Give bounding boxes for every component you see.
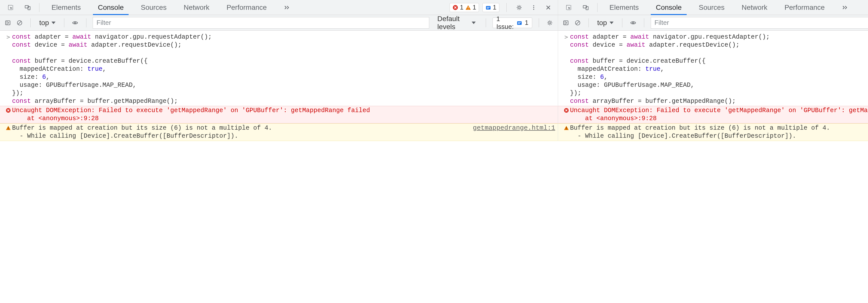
tab-network[interactable]: Network <box>175 0 218 15</box>
chevron-down-icon <box>52 22 56 24</box>
divider <box>30 18 31 27</box>
divider <box>539 18 539 27</box>
warning-icon <box>4 124 12 131</box>
divider <box>588 18 589 27</box>
issues-label: 1 Issue: <box>496 15 514 31</box>
console-output: > const adapter = await navigator.gpu.re… <box>0 31 558 141</box>
device-toolbar-button[interactable] <box>22 2 33 13</box>
kebab-menu-button[interactable] <box>528 2 539 13</box>
console-error-row[interactable]: Uncaught DOMException: Failed to execute… <box>558 106 868 124</box>
levels-label: Default levels <box>437 15 469 31</box>
chevron-down-icon <box>610 22 614 24</box>
tab-label: Elements <box>52 3 81 11</box>
divider <box>64 18 64 27</box>
error-message: Uncaught DOMException: Failed to execute… <box>12 107 555 123</box>
devtools-panel-left: Elements Console Sources Network Perform… <box>0 0 558 141</box>
info-icon <box>516 20 522 26</box>
clear-console-button[interactable] <box>15 17 24 28</box>
divider <box>39 3 39 12</box>
console-warning-row[interactable]: Buffer is mapped at creation but its siz… <box>558 124 868 141</box>
warning-icon <box>563 124 570 131</box>
main-tabbar: Elements Console Sources Network Perform… <box>0 0 558 15</box>
tab-sources[interactable]: Sources <box>132 0 175 15</box>
log-levels-select[interactable]: Default levels <box>434 15 479 31</box>
console-input-row[interactable]: > const adapter = await navigator.gpu.re… <box>558 33 868 106</box>
issues-button[interactable]: 1 Issue: 1 <box>493 18 532 28</box>
error-count-badge[interactable]: 1 1 <box>450 3 479 12</box>
tab-label: Performance <box>784 3 825 11</box>
console-settings-button[interactable] <box>546 17 554 28</box>
filter-input[interactable] <box>651 17 868 29</box>
filter-input[interactable] <box>93 17 429 29</box>
source-link[interactable]: getmappedrange.html:1 <box>463 124 555 132</box>
error-icon <box>4 107 12 113</box>
tab-performance[interactable]: Performance <box>776 0 833 15</box>
tab-label: Console <box>98 3 124 11</box>
console-output: > const adapter = await navigator.gpu.re… <box>558 31 868 141</box>
tab-overflow[interactable] <box>833 0 857 15</box>
tab-sources[interactable]: Sources <box>690 0 733 15</box>
settings-button[interactable] <box>514 2 525 13</box>
panel-tabs: Elements Console Sources Network Perform… <box>601 0 857 15</box>
tab-overflow[interactable] <box>275 0 299 15</box>
devtools-panel-right: Elements Console Sources Network Perform… <box>558 0 868 141</box>
warning-count: 1 <box>473 3 476 11</box>
error-icon <box>452 4 458 10</box>
close-devtools-button[interactable] <box>543 2 554 13</box>
warning-message: Buffer is mapped at creation but its siz… <box>570 124 868 140</box>
console-input-row[interactable]: > const adapter = await navigator.gpu.re… <box>0 33 558 106</box>
inspect-element-button[interactable] <box>563 2 574 13</box>
tab-performance[interactable]: Performance <box>218 0 275 15</box>
live-expression-button[interactable] <box>629 17 638 28</box>
execution-context-select[interactable]: top <box>595 19 616 27</box>
info-icon <box>485 4 491 10</box>
panel-tabs: Elements Console Sources Network Perform… <box>43 0 299 15</box>
error-icon <box>563 107 570 113</box>
context-label: top <box>597 19 607 27</box>
inspect-element-button[interactable] <box>5 2 16 13</box>
tab-network[interactable]: Network <box>733 0 776 15</box>
console-warning-row[interactable]: Buffer is mapped at creation but its siz… <box>0 124 558 141</box>
info-count: 1 <box>493 3 496 11</box>
divider <box>622 18 622 27</box>
warning-message: Buffer is mapped at creation but its siz… <box>12 124 463 140</box>
clear-console-button[interactable] <box>573 17 582 28</box>
live-expression-button[interactable] <box>71 17 80 28</box>
error-message: Uncaught DOMException: Failed to execute… <box>570 107 868 123</box>
chevron-down-icon <box>472 22 476 24</box>
toggle-sidebar-button[interactable] <box>3 17 12 28</box>
tab-label: Performance <box>226 3 267 11</box>
info-count-badge[interactable]: 1 <box>483 3 499 12</box>
divider <box>597 3 597 12</box>
tab-console[interactable]: Console <box>89 0 132 15</box>
prompt-icon: > <box>4 33 12 41</box>
divider <box>644 18 644 27</box>
issues-count: 1 <box>525 19 528 27</box>
console-error-row[interactable]: Uncaught DOMException: Failed to execute… <box>0 106 558 124</box>
tab-console[interactable]: Console <box>647 0 690 15</box>
tab-label: Sources <box>699 3 724 11</box>
tab-label: Network <box>742 3 768 11</box>
code-block: const adapter = await navigator.gpu.requ… <box>570 33 868 105</box>
console-toolbar: top Default levels 1 Issue: 1 <box>558 15 868 31</box>
tab-label: Network <box>184 3 210 11</box>
tab-elements[interactable]: Elements <box>601 0 648 15</box>
prompt-icon: > <box>563 33 570 41</box>
toggle-sidebar-button[interactable] <box>562 17 570 28</box>
context-label: top <box>39 19 49 27</box>
tab-label: Console <box>656 3 682 11</box>
main-tabbar: Elements Console Sources Network Perform… <box>558 0 868 15</box>
device-toolbar-button[interactable] <box>580 2 591 13</box>
error-count: 1 <box>460 3 463 11</box>
code-block: const adapter = await navigator.gpu.requ… <box>12 33 555 105</box>
tab-label: Sources <box>141 3 166 11</box>
warning-icon <box>465 4 471 10</box>
console-toolbar: top Default levels 1 Issue: 1 <box>0 15 558 31</box>
tab-elements[interactable]: Elements <box>43 0 89 15</box>
tab-label: Elements <box>610 3 639 11</box>
execution-context-select[interactable]: top <box>37 19 58 27</box>
